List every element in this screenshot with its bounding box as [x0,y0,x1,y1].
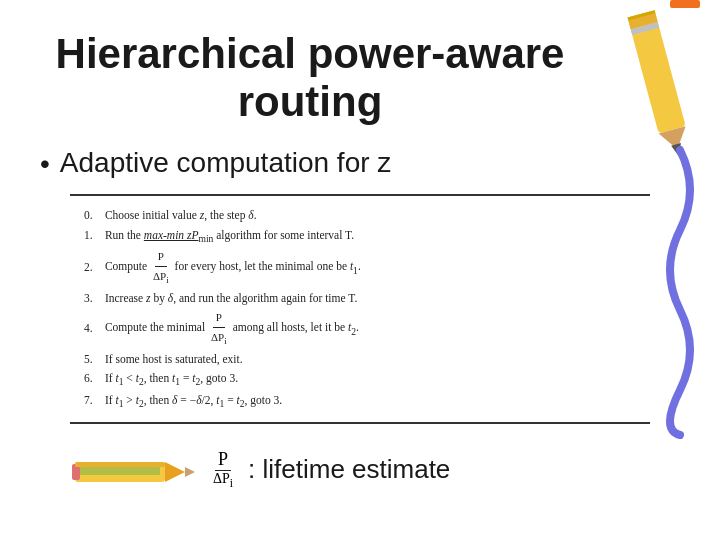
algo-line-3: 3. Increase z by δ, and run the algorith… [84,289,636,309]
pencil-bottom-left-icon [70,434,190,504]
svg-rect-5 [80,467,160,475]
bullet-dot: • [40,147,50,181]
bullet-text: Adaptive computation for z [60,147,392,179]
svg-marker-1 [165,462,185,482]
lifetime-label-group: P ΔPi : lifetime estimate [210,449,450,490]
svg-rect-12 [670,0,700,8]
algo-line-6: 6. If t1 < t2, then t1 = t2, goto 3. [84,369,636,391]
title-line2: routing [238,78,383,125]
squiggle-right-icon [650,140,710,440]
main-fraction: P ΔPi [210,449,236,490]
slide: Hierarchical power-aware routing • Adapt… [0,0,720,540]
algo-line-0: 0. Choose initial value z, the step δ. [84,206,636,226]
algorithm-box: 0. Choose initial value z, the step δ. 1… [70,194,650,424]
svg-rect-4 [75,462,165,467]
algo-line-1: 1. Run the max-min zPmin algorithm for s… [84,226,636,248]
fraction-denominator: ΔPi [210,471,236,490]
svg-marker-3 [185,467,195,477]
algo-line-7: 7. If t1 > t2, then δ = −δ/2, t1 = t2, g… [84,391,636,413]
title-line1: Hierarchical power-aware [56,30,565,77]
fraction-numerator: P [215,449,231,471]
algo-line-2: 2. Compute PΔPi for every host, let the … [84,247,636,288]
algo-line-5: 5. If some host is saturated, exit. [84,350,636,370]
bullet-1: • Adaptive computation for z [40,147,680,181]
slide-title: Hierarchical power-aware routing [40,30,680,127]
bottom-section: P ΔPi : lifetime estimate [70,434,680,504]
pencil-top-right-icon [610,0,720,160]
lifetime-text: : lifetime estimate [248,454,450,485]
algo-line-4: 4. Compute the minimal PΔPi among all ho… [84,308,636,349]
